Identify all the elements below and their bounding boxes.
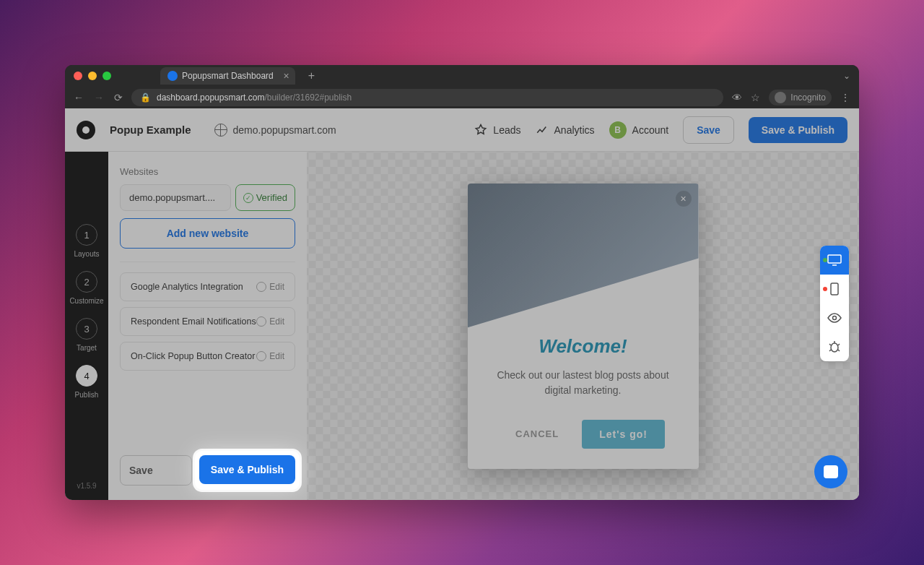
gear-icon bbox=[256, 316, 266, 327]
lock-icon: 🔒 bbox=[140, 92, 151, 103]
tabs-chevron-icon[interactable]: ⌄ bbox=[843, 71, 850, 81]
reload-icon[interactable]: ⟳ bbox=[114, 92, 123, 103]
highlight: Save & Publish bbox=[195, 451, 300, 490]
sidenav: 1 Layouts 2 Customize 3 Target 4 Publish… bbox=[65, 152, 108, 500]
popup-go-button[interactable]: Let's go! bbox=[582, 420, 665, 449]
visibility-button[interactable] bbox=[820, 303, 849, 332]
tab-favicon-icon bbox=[167, 71, 178, 81]
titlebar: Popupsmart Dashboard × + ⌄ bbox=[65, 65, 859, 87]
account-link[interactable]: B Account bbox=[609, 121, 669, 139]
popup-text: Check out our lastest blog posts about d… bbox=[485, 368, 681, 398]
divider bbox=[120, 262, 295, 262]
incognito-badge[interactable]: Incognito bbox=[769, 90, 832, 105]
popup-close-icon[interactable]: × bbox=[676, 191, 692, 207]
chat-icon bbox=[824, 465, 838, 478]
popup-preview: × Welcome! Check out our lastest blog po… bbox=[468, 184, 699, 469]
websites-section-label: Websites bbox=[120, 166, 295, 177]
bookmark-icon[interactable]: ☆ bbox=[751, 92, 760, 103]
new-tab-button[interactable]: + bbox=[308, 69, 315, 82]
step-publish[interactable]: 4 Publish bbox=[75, 365, 99, 399]
avatar: B bbox=[609, 121, 627, 139]
back-icon[interactable]: ← bbox=[74, 92, 84, 103]
close-window-icon[interactable] bbox=[74, 72, 82, 80]
site-link[interactable]: demo.popupsmart.com bbox=[214, 124, 336, 137]
integration-email-notifications[interactable]: Respondent Email Notifications Edit bbox=[120, 307, 295, 336]
integration-google-analytics[interactable]: Google Analytics Integration Edit bbox=[120, 272, 295, 301]
popup-title: Welcome! bbox=[485, 335, 681, 358]
gear-icon bbox=[256, 351, 266, 361]
add-website-button[interactable]: Add new website bbox=[120, 218, 295, 249]
url-field[interactable]: 🔒 dashboard.popupsmart.com/builder/31692… bbox=[131, 89, 723, 106]
browser-tab[interactable]: Popupsmart Dashboard × bbox=[160, 67, 295, 85]
preview-toolbar bbox=[820, 246, 849, 361]
edit-link[interactable]: Edit bbox=[256, 351, 284, 361]
bug-icon bbox=[828, 340, 841, 353]
popup-cancel-button[interactable]: CANCEL bbox=[501, 420, 573, 449]
forward-icon: → bbox=[94, 92, 104, 103]
browser-window: Popupsmart Dashboard × + ⌄ ← → ⟳ 🔒 dashb… bbox=[65, 65, 859, 500]
incognito-icon bbox=[775, 92, 786, 103]
header-publish-button[interactable]: Save & Publish bbox=[749, 117, 847, 143]
step-target[interactable]: 3 Target bbox=[76, 318, 97, 352]
tab-close-icon[interactable]: × bbox=[284, 70, 289, 82]
address-bar: ← → ⟳ 🔒 dashboard.popupsmart.com/builder… bbox=[65, 87, 859, 108]
gear-icon bbox=[256, 282, 266, 292]
footer-publish-button[interactable]: Save & Publish bbox=[199, 455, 295, 484]
tab-title: Popupsmart Dashboard bbox=[182, 71, 274, 81]
version-label: v1.5.9 bbox=[77, 482, 96, 490]
globe-icon bbox=[214, 124, 227, 137]
header-save-button[interactable]: Save bbox=[683, 116, 734, 144]
popup-name: Popup Example bbox=[110, 124, 191, 136]
debug-button[interactable] bbox=[820, 332, 849, 361]
analytics-link[interactable]: Analytics bbox=[536, 124, 595, 137]
chat-launcher[interactable] bbox=[814, 455, 847, 488]
desktop-icon bbox=[827, 254, 842, 266]
integration-button-creator[interactable]: On-Click Popup Button Creator Edit bbox=[120, 342, 295, 371]
desktop-preview-button[interactable] bbox=[820, 246, 849, 275]
leads-link[interactable]: Leads bbox=[474, 124, 520, 137]
preview-area: × Welcome! Check out our lastest blog po… bbox=[307, 152, 859, 500]
mobile-icon bbox=[830, 282, 839, 296]
config-panel: Websites demo.popupsmart.... ✓ Verified … bbox=[108, 152, 307, 500]
svg-rect-1 bbox=[831, 283, 838, 295]
eye-off-icon[interactable]: 👁 bbox=[732, 92, 742, 103]
app-logo-icon[interactable] bbox=[77, 121, 95, 139]
edit-link[interactable]: Edit bbox=[256, 316, 284, 327]
app-header: Popup Example demo.popupsmart.com Leads … bbox=[65, 108, 859, 152]
check-icon: ✓ bbox=[243, 193, 253, 203]
footer-save-button[interactable]: Save bbox=[120, 455, 192, 486]
minimize-window-icon[interactable] bbox=[88, 72, 97, 80]
app-frame: Popup Example demo.popupsmart.com Leads … bbox=[65, 108, 859, 500]
svg-point-2 bbox=[833, 316, 837, 320]
svg-rect-0 bbox=[828, 255, 841, 263]
maximize-window-icon[interactable] bbox=[103, 72, 111, 80]
edit-link[interactable]: Edit bbox=[256, 282, 284, 292]
website-input[interactable]: demo.popupsmart.... bbox=[120, 184, 231, 211]
analytics-icon bbox=[536, 124, 549, 137]
verified-badge: ✓ Verified bbox=[235, 184, 295, 211]
mobile-preview-button[interactable] bbox=[820, 275, 849, 303]
eye-icon bbox=[827, 313, 842, 323]
menu-icon[interactable]: ⋮ bbox=[840, 92, 850, 103]
step-customize[interactable]: 2 Customize bbox=[69, 271, 103, 305]
svg-point-3 bbox=[831, 343, 838, 352]
window-controls bbox=[74, 72, 111, 80]
leads-icon bbox=[474, 124, 487, 137]
step-layouts[interactable]: 1 Layouts bbox=[74, 224, 99, 258]
